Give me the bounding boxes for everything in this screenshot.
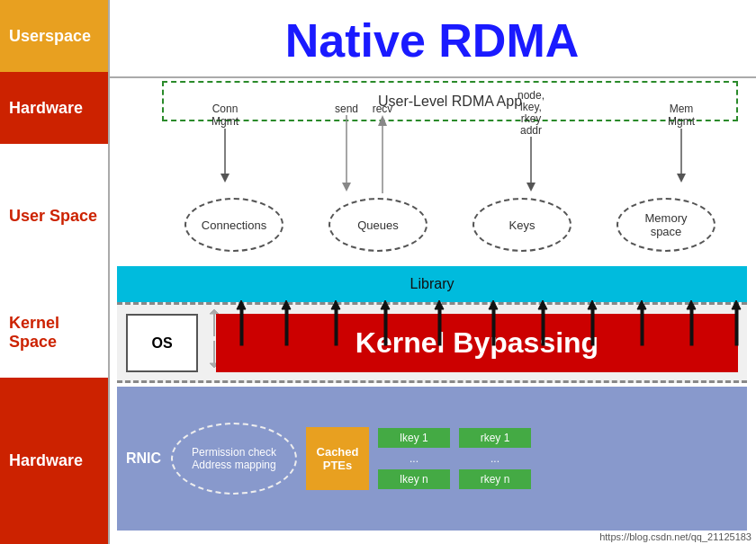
svg-marker-31	[381, 300, 390, 309]
svg-text:Mgmt: Mgmt	[212, 115, 239, 128]
lkey-1: lkey 1	[378, 428, 450, 448]
rnic-label: RNIC	[126, 450, 162, 467]
svg-text:send: send	[335, 103, 358, 115]
svg-text:lkey,: lkey,	[520, 101, 542, 113]
main-content: Native RDMA User-Level RDMA App Conn Mgm…	[108, 0, 756, 544]
svg-marker-15	[526, 183, 536, 192]
vertical-divider	[108, 0, 110, 544]
svg-text:Mem: Mem	[670, 103, 694, 115]
hardware-section: RNIC Permission check Address mapping Ca…	[117, 387, 747, 531]
user-space-label: User Space	[9, 207, 97, 226]
svg-marker-3	[220, 174, 230, 183]
svg-rect-40	[591, 309, 594, 345]
permission-label: Permission check Address mapping	[192, 446, 276, 471]
sidebar-hardware-bottom: Hardware	[0, 378, 108, 544]
hardware-bottom-label: Hardware	[9, 451, 83, 470]
rkey-dots: ...	[459, 452, 531, 465]
svg-marker-33	[435, 300, 444, 309]
cached-ptes-box: Cached PTEs	[306, 427, 369, 490]
memory-space-oval: Memory space	[616, 198, 716, 252]
svg-text:Mgmt: Mgmt	[668, 115, 696, 128]
svg-marker-6	[342, 183, 351, 192]
svg-marker-27	[282, 300, 291, 309]
lkey-dots: ...	[378, 452, 450, 465]
queues-oval: Queues	[328, 198, 428, 252]
os-label: OS	[151, 335, 172, 352]
rkey-1: rkey 1	[459, 428, 531, 448]
library-label: Library	[410, 276, 454, 292]
kernel-section: OS Kernel Bypassing	[117, 302, 747, 383]
permission-oval: Permission check Address mapping	[171, 423, 297, 495]
connections-oval: Connections	[184, 198, 284, 252]
sidebar-user-space: User Space	[0, 144, 108, 288]
keys-oval: Keys	[472, 198, 572, 252]
rkey-n: rkey n	[459, 469, 531, 489]
svg-rect-32	[384, 309, 387, 345]
svg-rect-38	[542, 309, 544, 345]
svg-marker-43	[687, 300, 696, 309]
sidebar-hardware-top: Hardware	[0, 72, 108, 144]
svg-text:addr: addr	[520, 124, 542, 137]
sidebar-userspace: Userspace	[0, 0, 108, 72]
ovals-row: Connections Queues Keys Memory space	[162, 193, 738, 256]
svg-rect-30	[335, 309, 338, 345]
svg-marker-9	[378, 115, 387, 126]
svg-marker-45	[732, 300, 741, 309]
svg-marker-37	[538, 300, 547, 309]
svg-text:rkey: rkey	[521, 112, 542, 125]
os-box: OS	[126, 314, 198, 372]
rkeys-group: rkey 1 ... rkey n	[459, 428, 531, 489]
svg-rect-44	[690, 309, 693, 345]
page-title: Native RDMA	[108, 0, 756, 78]
svg-text:node,: node,	[518, 89, 544, 102]
lkey-n: lkey n	[378, 469, 450, 489]
svg-marker-35	[489, 300, 498, 309]
sidebar-kernel-space: Kernel Space	[0, 288, 108, 378]
lkeys-group: lkey 1 ... lkey n	[378, 428, 450, 489]
watermark: https://blog.csdn.net/qq_21125183	[599, 531, 752, 542]
kernel-space-label: Kernel Space	[9, 314, 99, 352]
svg-rect-34	[438, 309, 441, 345]
svg-rect-28	[285, 309, 288, 345]
library-bar: Library	[117, 266, 747, 302]
userspace-label: Userspace	[9, 27, 91, 46]
kernel-up-arrows	[214, 300, 745, 395]
hardware-top-label: Hardware	[9, 99, 83, 118]
svg-rect-42	[641, 309, 644, 345]
sidebar: Userspace Hardware User Space Kernel Spa…	[0, 0, 108, 544]
cached-ptes-label: Cached PTEs	[317, 445, 359, 472]
svg-marker-19	[677, 174, 686, 183]
svg-rect-46	[735, 309, 738, 345]
svg-rect-36	[492, 309, 495, 345]
svg-text:Conn: Conn	[212, 103, 238, 115]
svg-text:recv: recv	[373, 103, 393, 115]
svg-rect-26	[240, 309, 243, 345]
svg-marker-25	[237, 300, 246, 309]
svg-marker-41	[637, 300, 646, 309]
svg-marker-39	[588, 300, 597, 309]
svg-marker-29	[331, 300, 340, 309]
